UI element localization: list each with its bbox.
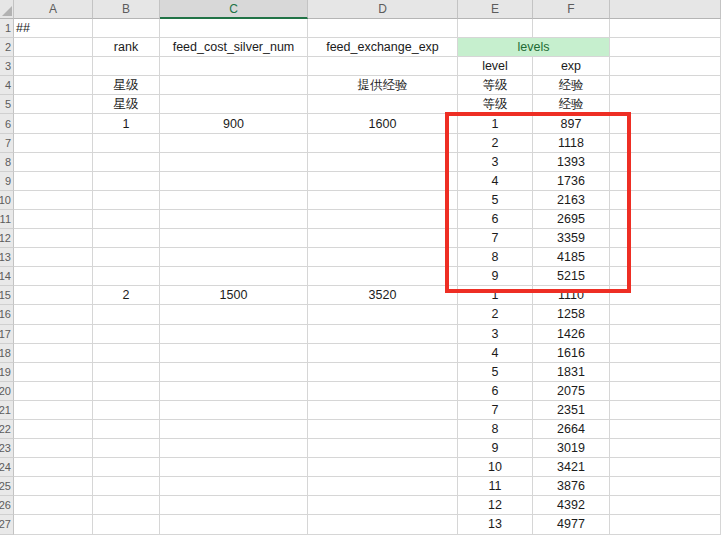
row-header-1[interactable]: 1 (0, 19, 14, 38)
row-header-20[interactable]: 20 (0, 382, 14, 401)
cell-A13[interactable] (14, 248, 93, 267)
cell-C11[interactable] (160, 210, 308, 229)
row-header-12[interactable]: 12 (0, 229, 14, 248)
cell-D7[interactable] (308, 134, 458, 153)
row-header-18[interactable]: 18 (0, 344, 14, 363)
cell-C26[interactable] (160, 496, 308, 515)
cell-E24[interactable]: 10 (458, 458, 533, 477)
row-header-9[interactable]: 9 (0, 172, 14, 191)
cell-B16[interactable] (93, 305, 160, 324)
cell-B20[interactable] (93, 382, 160, 401)
cell-F18[interactable]: 1616 (533, 344, 610, 363)
cell-B3[interactable] (93, 57, 160, 76)
cell-F8[interactable]: 1393 (533, 153, 610, 172)
row-header-4[interactable]: 4 (0, 76, 14, 95)
cell-A14[interactable] (14, 267, 93, 286)
cell-B21[interactable] (93, 401, 160, 420)
row-header-16[interactable]: 16 (0, 305, 14, 324)
cell-E20[interactable]: 6 (458, 382, 533, 401)
cell-F26[interactable]: 4392 (533, 496, 610, 515)
cell-C20[interactable] (160, 382, 308, 401)
row-header-6[interactable]: 6 (0, 114, 14, 133)
cell-E7[interactable]: 2 (458, 134, 533, 153)
column-header-A[interactable]: A (14, 0, 93, 19)
cell-C24[interactable] (160, 458, 308, 477)
cell-A7[interactable] (14, 134, 93, 153)
row-header-22[interactable]: 22 (0, 420, 14, 439)
cell-B27[interactable] (93, 515, 160, 534)
cell-C3[interactable] (160, 57, 308, 76)
cell-C9[interactable] (160, 172, 308, 191)
cell-G11[interactable] (610, 210, 721, 229)
cell-E17[interactable]: 3 (458, 325, 533, 344)
cell-C5[interactable] (160, 95, 308, 114)
cell-A11[interactable] (14, 210, 93, 229)
cell-B25[interactable] (93, 477, 160, 496)
cell-A23[interactable] (14, 439, 93, 458)
cell-G10[interactable] (610, 191, 721, 210)
cell-F27[interactable]: 4977 (533, 515, 610, 534)
row-header-15[interactable]: 15 (0, 286, 14, 305)
cell-A17[interactable] (14, 325, 93, 344)
cell-B7[interactable] (93, 134, 160, 153)
cell-G15[interactable] (610, 286, 721, 305)
cell-B17[interactable] (93, 325, 160, 344)
cell-B14[interactable] (93, 267, 160, 286)
select-all-corner[interactable] (0, 0, 14, 19)
cell-C6[interactable]: 900 (160, 114, 308, 133)
column-header-D[interactable]: D (308, 0, 458, 19)
cell-C23[interactable] (160, 439, 308, 458)
cell-G8[interactable] (610, 153, 721, 172)
cell-E10[interactable]: 5 (458, 191, 533, 210)
cell-F11[interactable]: 2695 (533, 210, 610, 229)
cell-F19[interactable]: 1831 (533, 363, 610, 382)
cell-C14[interactable] (160, 267, 308, 286)
cell-D24[interactable] (308, 458, 458, 477)
cell-A22[interactable] (14, 420, 93, 439)
cell-B6[interactable]: 1 (93, 114, 160, 133)
cell-D5[interactable] (308, 95, 458, 114)
cell-C27[interactable] (160, 515, 308, 534)
cell-C18[interactable] (160, 344, 308, 363)
cell-A4[interactable] (14, 76, 93, 95)
cell-C12[interactable] (160, 229, 308, 248)
cell-C21[interactable] (160, 401, 308, 420)
row-header-8[interactable]: 8 (0, 153, 14, 172)
row-header-11[interactable]: 11 (0, 210, 14, 229)
cell-B24[interactable] (93, 458, 160, 477)
cell-A27[interactable] (14, 515, 93, 534)
cell-D9[interactable] (308, 172, 458, 191)
cell-C25[interactable] (160, 477, 308, 496)
cell-B15[interactable]: 2 (93, 286, 160, 305)
cell-D27[interactable] (308, 515, 458, 534)
cell-A26[interactable] (14, 496, 93, 515)
cell-B12[interactable] (93, 229, 160, 248)
cell-A9[interactable] (14, 172, 93, 191)
cell-C7[interactable] (160, 134, 308, 153)
cell-D18[interactable] (308, 344, 458, 363)
cell-F22[interactable]: 2664 (533, 420, 610, 439)
cell-A5[interactable] (14, 95, 93, 114)
cell-G9[interactable] (610, 172, 721, 191)
cell-B19[interactable] (93, 363, 160, 382)
cell-D14[interactable] (308, 267, 458, 286)
cell-F14[interactable]: 5215 (533, 267, 610, 286)
cell-B23[interactable] (93, 439, 160, 458)
row-header-13[interactable]: 13 (0, 248, 14, 267)
cell-B13[interactable] (93, 248, 160, 267)
cell-G5[interactable] (610, 95, 721, 114)
cell-C19[interactable] (160, 363, 308, 382)
cell-D26[interactable] (308, 496, 458, 515)
cell-C4[interactable] (160, 76, 308, 95)
cell-B9[interactable] (93, 172, 160, 191)
cell-G13[interactable] (610, 248, 721, 267)
cell-G3[interactable] (610, 57, 721, 76)
column-header-E[interactable]: E (458, 0, 533, 19)
cell-G12[interactable] (610, 229, 721, 248)
cell-A24[interactable] (14, 458, 93, 477)
cell-C16[interactable] (160, 305, 308, 324)
cell-E5[interactable]: 等级 (458, 95, 533, 114)
cell-F5[interactable]: 经验 (533, 95, 610, 114)
cell-G26[interactable] (610, 496, 721, 515)
cell-D15[interactable]: 3520 (308, 286, 458, 305)
